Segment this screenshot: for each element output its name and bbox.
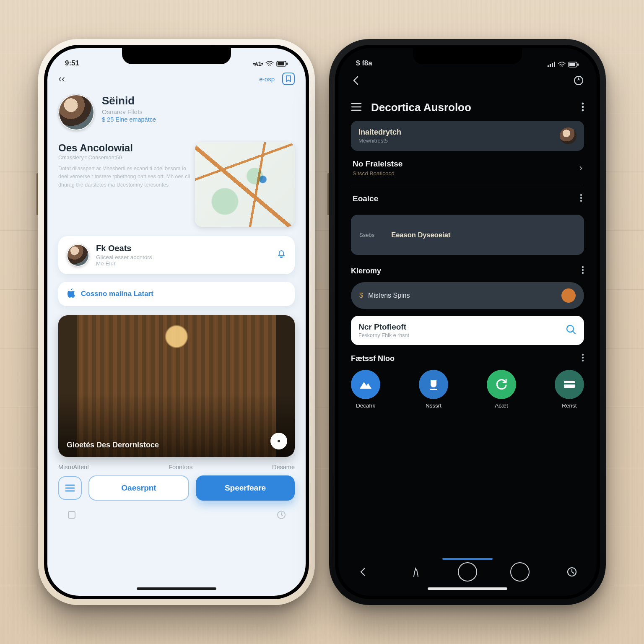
quick-action[interactable]: Nsssrt <box>419 370 448 409</box>
status-icons: •ᴀ1• <box>253 60 288 68</box>
list-item[interactable]: No Fraieistse Sitscd Boaticocd › <box>351 151 584 185</box>
list-item-title: Eoalce <box>353 194 378 203</box>
mountain-icon <box>351 370 380 399</box>
svg-point-25 <box>582 357 584 358</box>
square-icon[interactable] <box>66 509 78 521</box>
status-icons <box>547 62 579 68</box>
section-header: Kleromy <box>351 266 584 276</box>
phone-light: 9:51 •ᴀ1• ‹‹ e·osp <box>38 39 315 605</box>
status-time: $ f8a <box>356 59 372 68</box>
list-item[interactable]: Eoalce <box>351 185 584 212</box>
tab-circle[interactable] <box>510 562 530 582</box>
quick-action[interactable]: Renst <box>555 370 584 409</box>
primary-button[interactable]: Speerfeare <box>196 475 295 501</box>
quick-action[interactable]: Acæt <box>487 370 516 409</box>
tab-activity[interactable] <box>406 562 425 582</box>
svg-rect-11 <box>569 63 575 66</box>
top-bar: ‹‹ e·osp <box>58 73 295 85</box>
section-paragraph: Dotat dllasspert ar Mhesherti es ecand t… <box>58 165 192 189</box>
secondary-button[interactable]: Oaesrpnt <box>88 475 189 501</box>
tab-center[interactable] <box>458 562 477 582</box>
map-thumbnail[interactable] <box>195 142 295 227</box>
svg-point-14 <box>582 102 584 104</box>
profile-name: Sëinid <box>102 94 156 107</box>
section-subtitle: Cmasslery t Consemont50 <box>58 155 195 161</box>
photo-location-button[interactable] <box>270 433 287 449</box>
menu-button[interactable] <box>58 476 82 500</box>
list-item-sub: Sitscd Boaticocd <box>353 170 402 177</box>
top-bar-actions: e·osp <box>259 73 295 85</box>
contact-card[interactable]: Fk Oeats Gilceal esser aocntors Me Elur <box>58 236 295 274</box>
svg-rect-8 <box>552 63 553 67</box>
svg-rect-9 <box>554 62 555 67</box>
menu-icon[interactable] <box>351 101 362 114</box>
screen-dark: $ f8a <box>338 48 597 596</box>
quick-action-label: Renst <box>562 402 576 409</box>
top-link[interactable]: e·osp <box>259 75 275 83</box>
svg-rect-4 <box>68 512 75 518</box>
tab-back[interactable] <box>353 562 373 582</box>
search-card[interactable]: Ncr Ptofieoft Feskorny Ehik e rhsnt <box>351 316 584 345</box>
more-icon[interactable] <box>582 266 584 276</box>
search-card-sub: Feskorny Ehik e rhsnt <box>358 332 409 338</box>
svg-point-20 <box>582 266 584 268</box>
avatar[interactable] <box>58 94 94 130</box>
section-title: Oes Ancolowial <box>58 142 195 154</box>
chevron-right-icon: › <box>579 163 582 174</box>
top-bar <box>351 75 584 88</box>
info-panel[interactable]: Sseös Eeason Dyseoeiat <box>351 215 584 255</box>
bookmark-icon[interactable] <box>282 73 295 85</box>
apple-icon <box>67 288 75 299</box>
svg-point-17 <box>580 194 582 196</box>
list-item-title: No Fraieistse <box>353 159 402 169</box>
bell-icon[interactable] <box>276 249 286 261</box>
cup-icon <box>419 370 448 399</box>
section-title: Fætssf Nloo <box>351 354 395 363</box>
photo-card[interactable]: Gloetés Des Derornistoce <box>58 315 295 457</box>
coin-icon: $ <box>359 292 363 299</box>
profile-meta: $ 25 Elne emapátce <box>102 116 156 123</box>
bezel: 9:51 •ᴀ1• ‹‹ e·osp <box>44 45 309 599</box>
refresh-icon <box>487 370 516 399</box>
svg-rect-6 <box>548 65 549 67</box>
section-title: Kleromy <box>351 267 381 275</box>
more-icon[interactable] <box>582 102 584 113</box>
svg-point-24 <box>582 354 584 356</box>
profile-header: Sëinid Osnarev Fllets $ 25 Elne emapátce <box>58 94 295 130</box>
footer-label-right: Desame <box>272 464 295 470</box>
more-icon[interactable] <box>582 353 584 364</box>
quick-action[interactable]: Decahk <box>351 370 380 409</box>
member-chip-text: Inaitedrytch Mewnitrest5 <box>358 128 401 144</box>
home-indicator <box>137 587 216 590</box>
content: ‹‹ e·osp Sëinid Osnarev Fllets $ 25 Elne… <box>47 73 306 521</box>
member-chip[interactable]: Inaitedrytch Mewnitrest5 <box>351 121 584 151</box>
search-icon[interactable] <box>566 324 576 337</box>
link-card[interactable]: Cossno maiina Latart <box>58 282 295 306</box>
profile-subtitle: Osnarev Fllets <box>102 108 156 115</box>
token-pill[interactable]: $ Mistens Spins <box>351 282 584 309</box>
svg-rect-2 <box>286 62 288 65</box>
contact-card-sub1: Gilceal esser aocntors <box>96 254 270 260</box>
content: Decortica Ausroloo Inaitedrytch Mewnitre… <box>338 75 597 409</box>
member-chip-title: Inaitedrytch <box>358 128 401 137</box>
wifi-icon <box>265 61 274 67</box>
tab-clock[interactable] <box>562 562 582 582</box>
svg-point-15 <box>582 106 584 108</box>
svg-point-19 <box>580 200 582 202</box>
more-icon[interactable] <box>580 194 582 204</box>
screen-light: 9:51 •ᴀ1• ‹‹ e·osp <box>47 48 306 596</box>
photo-image <box>58 315 295 457</box>
footer-label-left: MisrnAttent <box>58 464 89 470</box>
svg-rect-28 <box>564 383 575 384</box>
compass-icon[interactable] <box>573 75 584 88</box>
back-button[interactable] <box>351 75 362 88</box>
section-header: Fætssf Nloo <box>351 353 584 364</box>
notch <box>122 48 231 64</box>
back-button[interactable]: ‹‹ <box>58 73 65 85</box>
bottom-icon-row <box>58 509 295 521</box>
tab-bar <box>338 562 597 582</box>
quick-action-label: Decahk <box>356 402 375 409</box>
signal-icon <box>547 62 556 68</box>
clock-icon[interactable] <box>275 509 287 521</box>
status-time: 9:51 <box>65 59 79 68</box>
